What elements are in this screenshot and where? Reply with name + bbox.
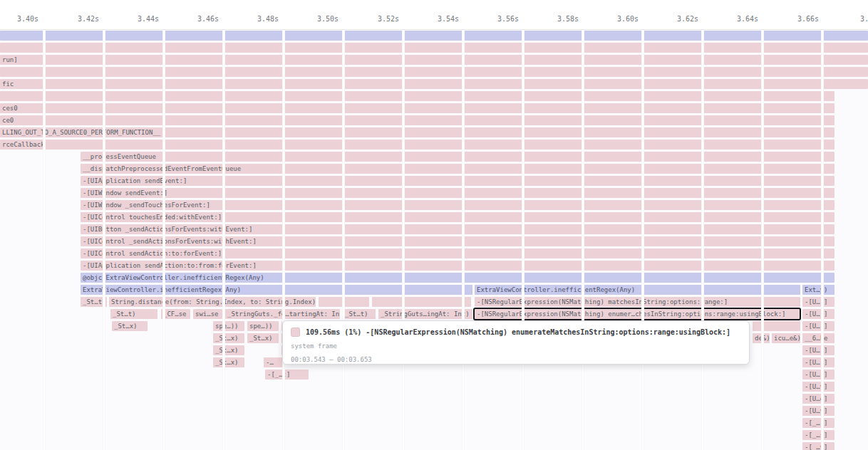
flame-block[interactable]: spe…))	[213, 321, 244, 331]
flame-block[interactable]: _St…x)	[112, 321, 148, 331]
ruler-tick-label: 3.64s	[737, 15, 758, 23]
tooltip-symbol: -[NSRegularExpression(NSMatching) enumer…	[366, 328, 730, 336]
flame-block[interactable]: -[UIApplication sendAction:to:from:forEv…	[81, 261, 835, 271]
flame-block[interactable]: -[_…:]	[802, 418, 835, 428]
tooltip: 109.56ms (1%) -[NSRegularExpression(NSMa…	[282, 320, 750, 365]
flame-block[interactable]: -[U…:]	[802, 309, 835, 319]
gridline	[701, 30, 704, 450]
frame-color-swatch	[291, 328, 300, 337]
gridline	[761, 30, 764, 450]
flame-block[interactable]: -[UIWindow _sendTouchesForEvent:]	[81, 200, 835, 210]
ruler-tick-label: 3.54s	[438, 15, 459, 23]
flame-block[interactable]: -[U…v]	[802, 406, 835, 416]
flame-block[interactable]: -[U…d]	[802, 394, 835, 404]
gridline	[162, 30, 165, 450]
flame-block[interactable]: run]	[0, 55, 868, 65]
flame-block[interactable]: _St…t)	[110, 309, 157, 319]
flame-block[interactable]: _StringGuts…ingAt: Int)	[378, 309, 472, 319]
gridline	[43, 30, 46, 450]
ruler-tick-label: 3.40s	[17, 15, 38, 23]
flame-block[interactable]: -[U…:]	[802, 357, 835, 367]
gridline	[821, 30, 824, 450]
flame-block[interactable]	[0, 91, 835, 101]
ruler-tick-label: 3.48s	[257, 15, 279, 23]
flame-block[interactable]: __dispatchPreprocessedEventFromEventQueu…	[81, 164, 835, 174]
ruler-tick-label: 3.58s	[557, 15, 579, 23]
flame-block[interactable]: spe…))	[247, 321, 279, 331]
ruler-tick-label: 3.	[860, 15, 868, 23]
gridline	[342, 30, 345, 450]
tooltip-time-range: 00:03.543 — 00:03.653	[291, 352, 741, 365]
flame-chart: 3.40s3.42s3.44s3.46s3.48s3.50s3.52s3.54s…	[0, 0, 868, 450]
tooltip-percent: (1%)	[344, 328, 361, 336]
ruler-tick-label: 3.42s	[78, 15, 99, 23]
tooltip-duration: 109.56ms	[306, 328, 340, 336]
flame-block[interactable]: -[U…:]	[802, 297, 835, 307]
flame-block[interactable]: Ext…y)	[802, 285, 835, 295]
flame-block[interactable]: -[UIControl touchesEnded:withEvent:]	[81, 212, 835, 222]
flame-block[interactable]	[0, 31, 868, 41]
flame-block[interactable]: -[U…v]	[802, 382, 835, 392]
gridline	[282, 30, 285, 450]
flame-block[interactable]	[0, 67, 868, 77]
flame-block[interactable]: -[UIControl sendAction:to:forEvent:]	[81, 248, 835, 258]
flame-block[interactable]: __6…ke	[802, 333, 835, 343]
ruler-tick-label: 3.44s	[138, 15, 159, 23]
flame-block[interactable]: swi…se	[193, 309, 222, 319]
flame-block[interactable]: -[U…:]	[802, 370, 835, 380]
gridline	[582, 30, 584, 450]
ruler-tick-label: 3.50s	[317, 15, 339, 23]
flame-block[interactable]: _CF…se	[161, 309, 190, 319]
flame-block[interactable]: @objc ExtraViewController.inefficientReg…	[81, 273, 835, 283]
flame-rows: run]ficces0ce0LLING_OUT_TO_A_SOURCE0_PER…	[0, 0, 868, 450]
flame-block[interactable]: -…	[264, 357, 283, 367]
flame-block[interactable]: -[_…:]	[265, 370, 309, 380]
flame-block[interactable]: LLING_OUT_TO_A_SOURCE0_PERFORM_FUNCTION_…	[0, 127, 835, 137]
gridline	[462, 30, 465, 450]
flame-block[interactable]: -[UIApplication sendEvent:]	[81, 176, 835, 186]
tooltip-title: 109.56ms (1%) -[NSRegularExpression(NSMa…	[306, 328, 730, 336]
flame-block[interactable]: ExtraViewController.inefficientRegex(Any…	[81, 285, 472, 295]
flame-block[interactable]: rceCallback	[0, 140, 835, 150]
ruler-tick-label: 3.60s	[617, 15, 639, 23]
flame-block[interactable]: -[_…s]	[802, 430, 835, 440]
time-ruler[interactable]: 3.40s3.42s3.44s3.46s3.48s3.50s3.52s3.54s…	[0, 0, 868, 30]
gridline	[103, 30, 105, 450]
flame-block[interactable]: _St…x)	[213, 357, 244, 367]
flame-block[interactable]: ces0	[0, 103, 835, 113]
tooltip-header: 109.56ms (1%) -[NSRegularExpression(NSMa…	[291, 326, 741, 338]
gridline	[522, 30, 525, 450]
flame-block[interactable]	[753, 321, 800, 331]
gridline	[402, 30, 405, 450]
ruler-tick-label: 3.46s	[197, 15, 219, 23]
ruler-tick-label: 3.52s	[378, 15, 399, 23]
flame-block[interactable]: -[_…v]	[802, 442, 835, 450]
flame-block[interactable]: _St…t)	[343, 309, 376, 319]
gridline	[222, 30, 225, 450]
flame-block[interactable]: ce0	[0, 115, 835, 125]
flame-block[interactable]: -[U…:]	[802, 321, 835, 331]
tooltip-frame-type: system frame	[291, 338, 741, 352]
ruler-tick-label: 3.62s	[677, 15, 698, 23]
flame-block[interactable]: _St…x)	[247, 333, 279, 343]
flame-block[interactable]: _St…x)	[213, 345, 244, 355]
flame-block[interactable]	[372, 297, 471, 307]
flame-block[interactable]: -[UIWindow sendEvent:]	[81, 188, 835, 198]
flame-block[interactable]: -[UIButton _sendActionsForEvents:withEve…	[81, 224, 835, 234]
flame-block[interactable]: _St…x)	[213, 333, 244, 343]
flame-block[interactable]: fic	[0, 79, 868, 89]
ruler-tick-label: 3.66s	[797, 15, 819, 23]
flame-block[interactable]: icu…e&)	[772, 333, 800, 343]
flame-block[interactable]: -[U…:]	[802, 345, 835, 355]
ruler-tick-label: 3.56s	[497, 15, 519, 23]
flame-block[interactable]	[0, 43, 868, 53]
flame-block[interactable]: __processEventQueue	[81, 152, 835, 162]
gridline	[641, 30, 644, 450]
flame-block[interactable]: -[UIControl _sendActionsForEvents:withEv…	[81, 236, 835, 246]
